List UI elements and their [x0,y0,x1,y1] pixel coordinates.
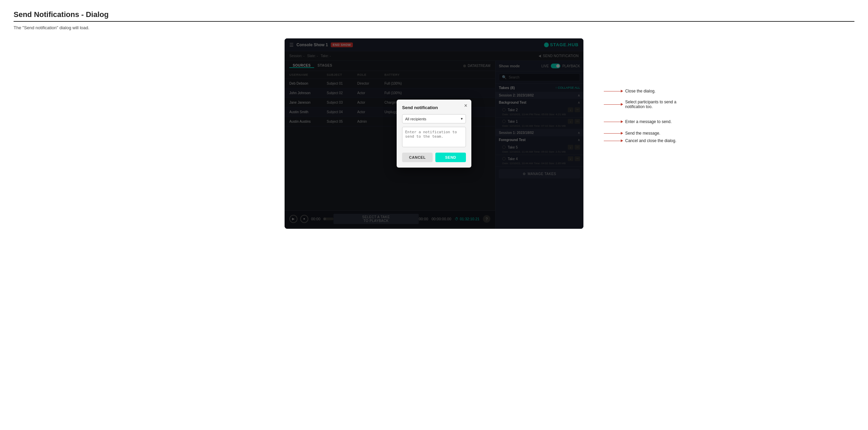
arrowhead [621,120,623,123]
annotation-text-send: Send the message. [625,131,660,136]
arrowhead [621,139,623,142]
annotation-text-message: Enter a message to send. [625,119,672,124]
dialog-close-button[interactable]: × [464,103,467,108]
page-subtitle: The "Send notification" dialog will load… [14,25,854,30]
arrow-close [604,90,623,92]
arrowhead [621,90,623,92]
arrowhead [621,103,623,106]
arrow-recipients [604,103,623,106]
annotation-send: Send the message. [604,131,692,136]
arrow-shaft [604,133,621,134]
page-title: Send Notifications - Dialog [14,10,854,22]
send-notification-dialog: Send notification × All recipients ▾ CAN… [397,100,471,168]
annotation-text-close: Close the dialog. [625,89,655,93]
send-button[interactable]: SEND [435,153,466,162]
annotation-text-cancel: Cancel and close the dialog. [625,138,676,143]
dialog-title: Send notification [402,105,466,110]
arrow-shaft [604,141,621,141]
annotation-close: Close the dialog. [604,89,692,93]
dialog-actions: CANCEL SEND [402,153,466,162]
chevron-down-icon: ▾ [461,117,463,121]
annotations-panel: Close the dialog. Select participants to… [604,89,692,143]
recipients-value: All recipients [405,117,426,121]
arrow-shaft [604,104,621,105]
arrowhead [621,132,623,135]
arrow-cancel [604,139,623,142]
message-textarea[interactable] [402,127,466,147]
arrow-shaft [604,122,621,122]
dialog-overlay: Send notification × All recipients ▾ CAN… [285,38,583,229]
annotation-cancel: Cancel and close the dialog. [604,138,692,143]
app-shell: ☰ Console Show 1 END SHOW STAGE.HUB Sess… [285,38,583,229]
arrow-send [604,132,623,135]
arrow-message [604,120,623,123]
annotation-message: Enter a message to send. [604,119,692,124]
annotation-recipients: Select participants to send a notificati… [604,100,692,109]
cancel-button[interactable]: CANCEL [402,153,433,162]
arrow-shaft [604,91,621,91]
recipients-dropdown[interactable]: All recipients ▾ [402,114,466,123]
annotation-text-recipients: Select participants to send a notificati… [625,100,692,109]
